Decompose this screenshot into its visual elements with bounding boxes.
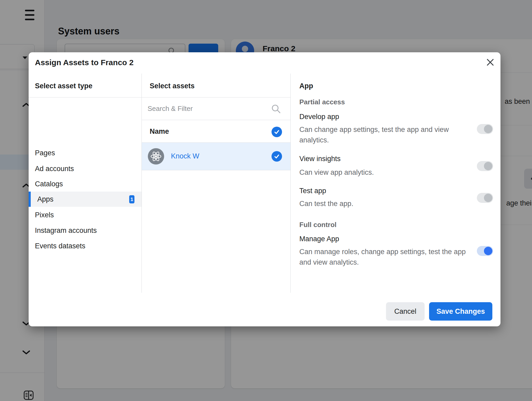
screen: System users Franco 2 as been gr age the… [0, 0, 532, 401]
permission-label-develop-app: Develop app [299, 113, 339, 121]
asset-row-knock-w[interactable]: Knock W [142, 143, 290, 170]
close-icon[interactable] [486, 58, 494, 66]
save-changes-button[interactable]: Save Changes [429, 302, 492, 321]
check-icon[interactable] [272, 151, 282, 162]
view-insights-toggle[interactable] [477, 161, 493, 171]
app-atom-icon [148, 148, 164, 164]
develop-app-toggle[interactable] [477, 124, 493, 134]
header-divider [29, 97, 142, 97]
permission-label-view-insights: View insights [299, 155, 341, 163]
asset-type-column-header: Select asset type [35, 82, 92, 90]
assign-assets-dialog: Assign Assets to Franco 2 Select asset t… [29, 52, 500, 326]
asset-type-instagram-accounts[interactable]: Instagram accounts [29, 223, 142, 238]
search-input[interactable] [147, 102, 263, 115]
assets-column-header: Select assets [150, 82, 195, 90]
name-column-header: Name [150, 127, 169, 136]
permission-label-test-app: Test app [299, 187, 326, 195]
permission-description: Can test the app. [299, 198, 470, 209]
permission-label-manage-app: Manage App [299, 235, 339, 243]
search-divider [142, 120, 290, 120]
cancel-button[interactable]: Cancel [386, 302, 425, 321]
count-badge: 1 [129, 195, 134, 203]
asset-type-events-datasets[interactable]: Events datasets [29, 238, 142, 254]
asset-search [142, 97, 290, 120]
permissions-column-header: App [299, 82, 313, 90]
permission-description: Can view app analytics. [299, 167, 470, 178]
column-divider [290, 74, 291, 293]
dialog-title: Assign Assets to Franco 2 [35, 58, 134, 67]
section-title-partial-access: Partial access [299, 98, 345, 106]
manage-app-toggle[interactable] [477, 246, 493, 256]
section-title-full-control: Full control [299, 221, 337, 229]
asset-type-catalogs[interactable]: Catalogs [29, 176, 142, 192]
select-all-check-icon[interactable] [272, 127, 282, 137]
selected-indicator-bar [29, 192, 31, 207]
asset-name: Knock W [171, 152, 199, 160]
asset-type-pages[interactable]: Pages [29, 145, 142, 161]
asset-type-ad-accounts[interactable]: Ad accounts [29, 161, 142, 176]
row-divider [142, 170, 290, 170]
permission-description: Can manage roles, change app settings, t… [299, 246, 470, 268]
asset-type-pixels[interactable]: Pixels [29, 207, 142, 223]
asset-type-apps[interactable]: Apps 1 [29, 192, 142, 207]
test-app-toggle[interactable] [477, 193, 493, 203]
permission-description: Can change app settings, test the app an… [299, 124, 470, 145]
search-icon [272, 104, 281, 114]
